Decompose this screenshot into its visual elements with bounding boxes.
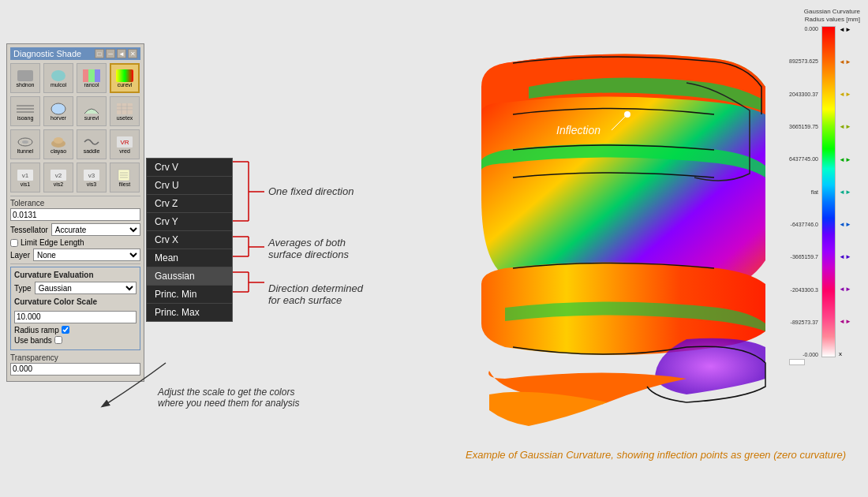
legend-value-flat: flat [789, 189, 818, 195]
dropdown-item-crv-x[interactable]: Crv X [147, 231, 232, 249]
svg-point-18 [54, 137, 63, 144]
shdnon-icon[interactable]: shdnon [10, 63, 40, 93]
surevl-icon[interactable]: surevl [77, 96, 107, 126]
panel-title: Diagnostic Shade [13, 49, 81, 58]
svg-text:v1: v1 [22, 172, 29, 179]
dropdown-item-gaussian[interactable]: Gaussian [147, 267, 232, 286]
svg-text:v3: v3 [88, 172, 95, 179]
legend-value-5: -6437746.0 [789, 222, 818, 227]
svg-point-44 [624, 111, 630, 118]
dropdown-item-crv-z[interactable]: Crv Z [147, 195, 232, 213]
legend-value-2: 2043300.37 [789, 92, 818, 97]
legend-value-8: -892573.37 [789, 320, 818, 325]
layer-row: Layer None [10, 248, 140, 261]
dropdown-item-crv-v[interactable]: Crv V [147, 159, 232, 177]
tessellator-select[interactable]: Accurate [51, 223, 140, 236]
svg-rect-3 [88, 69, 95, 82]
legend-indicator-flat: ◄► [839, 189, 851, 196]
legend-title: Gaussian CurvatureRadius values [mm] [789, 8, 860, 23]
svg-text:v2: v2 [55, 172, 62, 179]
tolerance-field: Tolerance [10, 199, 140, 221]
dropdown-item-princ-max[interactable]: Princ. Max [147, 304, 232, 321]
mulcol-icon[interactable]: mulcol [43, 63, 73, 93]
curvature-evaluation-box: Curvature Evaluation Type Gaussian Mean … [10, 267, 140, 350]
vred-icon[interactable]: VR vred [110, 129, 140, 159]
legend-value-1: 892573.625 [789, 58, 818, 64]
ltunnel-icon[interactable]: ltunnel [10, 129, 40, 159]
annotation-adjust: Adjust the scale to get the colors where… [158, 387, 299, 409]
close-button[interactable]: ✕ [128, 49, 137, 58]
isoang-icon[interactable]: isoang [10, 96, 40, 126]
type-select[interactable]: Gaussian Mean Crv V Crv U Crv Z Crv Y Cr… [35, 282, 137, 294]
legend-value-0: 0.000 [789, 26, 818, 32]
collapse-button[interactable]: ◄ [117, 49, 126, 58]
tessellator-label: Tessellator [10, 226, 48, 234]
legend-indicator-4: ◄► [839, 156, 851, 163]
legend-value-7: -2043300.3 [789, 287, 818, 293]
use-bands-label: Use bands [14, 336, 52, 345]
color-legend: Gaussian CurvatureRadius values [mm] 0.0… [789, 8, 860, 365]
legend-indicator-8: ◄► [839, 318, 851, 325]
limit-edge-row: Limit Edge Length [10, 238, 140, 247]
dropdown-menu: Crv V Crv U Crv Z Crv Y Crv X Mean Gauss… [146, 158, 233, 322]
legend-indicator-1: ◄► [839, 58, 851, 65]
tolerance-label: Tolerance [10, 199, 140, 207]
dropdown-item-crv-y[interactable]: Crv Y [147, 213, 232, 231]
clayao-icon[interactable]: clayao [43, 129, 73, 159]
legend-white-bar [789, 359, 805, 365]
legend-value-6: -3665159.7 [789, 254, 818, 260]
limit-edge-checkbox[interactable] [10, 239, 18, 247]
vis2-icon[interactable]: v2 vis2 [43, 163, 73, 192]
vis3-icon[interactable]: v3 vis3 [77, 163, 107, 192]
filest-icon[interactable]: filest [110, 163, 140, 192]
saddle-icon[interactable]: saddle [77, 129, 107, 159]
legend-value-9: -0.000 [789, 352, 818, 357]
title-buttons: □ ─ ◄ ✕ [95, 49, 137, 58]
maximize-button[interactable]: ─ [106, 49, 115, 58]
legend-indicator-5: ◄► [839, 221, 851, 228]
curvature-color-scale-title: Curvature Color Scale [14, 297, 137, 306]
legend-value-4: 6437745.00 [789, 156, 818, 162]
divider2 [10, 263, 140, 264]
vis1-icon[interactable]: v1 vis1 [10, 163, 40, 192]
annotation-averages: Averages of both surface directions [268, 237, 349, 260]
svg-point-16 [22, 140, 28, 144]
dropdown-item-princ-min[interactable]: Princ. Min [147, 286, 232, 304]
radius-ramp-label: Radius ramp [14, 326, 59, 334]
horver-icon[interactable]: horver [43, 96, 73, 126]
scale-input[interactable] [14, 311, 137, 323]
rancol-icon[interactable]: rancol [77, 63, 107, 93]
svg-point-1 [51, 70, 65, 81]
radius-ramp-row: Radius ramp [14, 326, 137, 334]
curevl-icon[interactable]: curevl [110, 63, 140, 93]
dropdown-item-crv-u[interactable]: Crv U [147, 177, 232, 195]
use-bands-checkbox[interactable] [54, 336, 62, 344]
use-bands-row: Use bands [14, 336, 137, 345]
layer-label: Layer [10, 251, 30, 260]
layer-select[interactable]: None [33, 248, 140, 261]
limit-edge-label: Limit Edge Length [21, 238, 84, 247]
legend-indicator-9: x [839, 350, 851, 357]
usetex-icon[interactable]: usetex [110, 96, 140, 126]
tolerance-input[interactable] [10, 208, 140, 221]
legend-value-3: 3665159.75 [789, 124, 818, 129]
svg-rect-5 [116, 69, 133, 82]
svg-rect-4 [95, 69, 100, 82]
legend-indicator-3: ◄► [839, 123, 851, 130]
legend-indicator-7: ◄► [839, 286, 851, 293]
shape-visualization: Inflection [466, 39, 781, 458]
annotation-direction: Direction determined for each surface [268, 282, 363, 306]
dropdown-item-mean[interactable]: Mean [147, 249, 232, 267]
divider1 [10, 196, 140, 196]
legend-indicator-2: ◄► [839, 91, 851, 98]
annotation-one-fixed: One fixed direction [268, 185, 354, 197]
legend-indicator-0: ◄► [839, 26, 851, 33]
svg-rect-10 [117, 103, 133, 114]
svg-point-9 [51, 103, 65, 114]
icon-grid-row2: isoang horver surevl usetex [10, 96, 140, 126]
minimize-button[interactable]: □ [95, 49, 104, 58]
radius-ramp-checkbox[interactable] [62, 326, 69, 334]
type-label: Type [14, 284, 32, 293]
icon-grid-row1: shdnon mulcol rancol curevl [10, 63, 140, 93]
svg-text:VR: VR [120, 139, 129, 146]
